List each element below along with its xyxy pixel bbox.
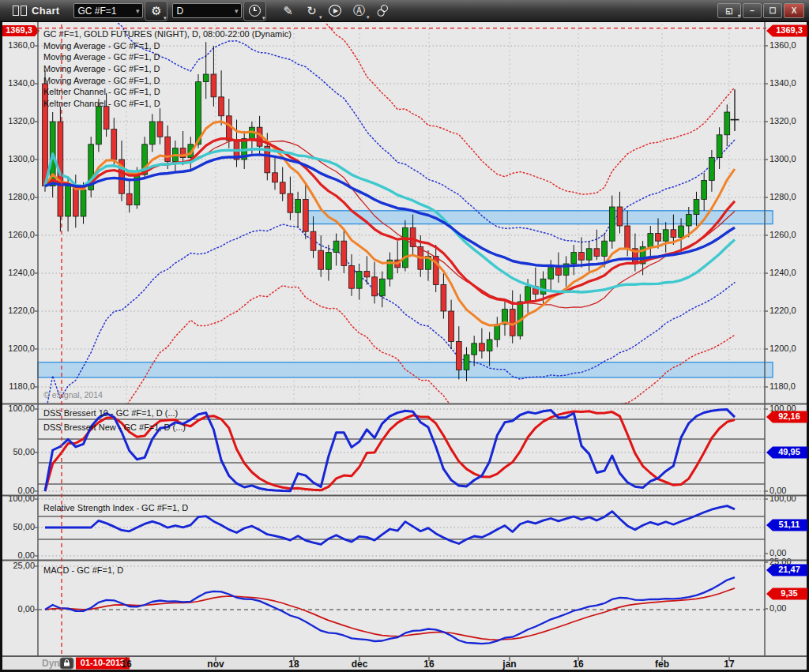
- legend-line: Keltner Channel - GC #F=1, D: [43, 87, 160, 96]
- candle-body: [679, 226, 684, 237]
- candle-body: [326, 253, 332, 270]
- candle-body: [480, 344, 485, 351]
- candle-body: [103, 107, 109, 130]
- caret-down-icon: ▾: [235, 7, 239, 15]
- candle-body: [671, 230, 676, 238]
- y-axis-label: 1300,0: [8, 154, 35, 163]
- candle-body: [702, 180, 707, 199]
- candle-body: [273, 173, 278, 182]
- y-axis-label: 1300,0: [769, 154, 796, 163]
- window-buttons: ◱▾–☐X: [717, 3, 806, 18]
- time-template-button[interactable]: ▾: [243, 1, 266, 21]
- x-axis-label: feb: [655, 659, 669, 670]
- minimize-button[interactable]: –: [743, 3, 762, 18]
- y-axis-label: 1340,0: [769, 78, 796, 88]
- panel-axis-label: 50,00: [13, 522, 35, 531]
- candle-body: [556, 268, 562, 276]
- y-axis-label: 1200,0: [769, 344, 796, 353]
- candle-body: [364, 272, 370, 277]
- y-axis-label: 1280,0: [769, 192, 796, 201]
- legend-line: Moving Average - GC #F=1, D: [43, 41, 160, 51]
- x-axis-label: 16: [121, 659, 132, 670]
- caret-down-icon: ▾: [319, 14, 322, 21]
- reload-data-icon[interactable]: ↻▾: [302, 2, 321, 20]
- candle-body: [617, 207, 623, 226]
- candle-body: [318, 250, 324, 269]
- y-axis-label: 1320,0: [8, 116, 35, 126]
- auto-trade-icon[interactable]: Ⓐ▾: [349, 2, 368, 20]
- legend-line: Moving Average - GC #F=1, D: [43, 64, 160, 73]
- legend-line: Keltner Channel - GC #F=1, D: [43, 99, 160, 108]
- candle-body: [341, 241, 347, 265]
- symbol-settings-button[interactable]: ⚙ ▾: [145, 1, 167, 21]
- panel-axis-label: 50,00: [13, 447, 35, 456]
- y-axis-label: 1200,0: [8, 344, 35, 353]
- candle-body: [724, 112, 730, 135]
- x-axis-label: 16: [423, 659, 435, 670]
- y-axis-label: 1360,0: [8, 40, 35, 50]
- candle-body: [226, 116, 231, 141]
- panel-axis-label: 0,00: [18, 604, 35, 614]
- candle-body: [356, 272, 362, 289]
- draw-pencil-icon[interactable]: ✎: [278, 2, 297, 20]
- indicator-value-badge-text: 51,11: [779, 520, 800, 529]
- candle-body: [586, 249, 592, 260]
- macd-legend: MACD - GC #F=1, D: [43, 565, 123, 575]
- maximize-button[interactable]: ☐: [763, 3, 782, 18]
- candle-body: [379, 279, 385, 296]
- caret-down-icon: ▾: [262, 15, 265, 21]
- candle-body: [196, 82, 201, 145]
- gear-icon: ⚙: [151, 4, 161, 18]
- y-axis-label: 1180,0: [9, 381, 35, 391]
- indicator-value-badge-text: 21,47: [778, 565, 800, 574]
- x-axis-label: 16: [573, 659, 584, 670]
- candle-body: [349, 265, 355, 288]
- candle-body: [203, 74, 209, 82]
- restore-window-button[interactable]: ◱▾: [717, 3, 741, 18]
- candle-body: [525, 287, 531, 302]
- y-axis-label: 1220,0: [8, 306, 35, 315]
- candle-body: [280, 182, 285, 193]
- candle-body: [602, 241, 608, 256]
- legend-line: Moving Average - GC #F=1, D: [43, 52, 160, 62]
- candle-body: [717, 135, 722, 158]
- candle-body: [709, 158, 715, 181]
- panel-axis-label: 0,00: [769, 603, 786, 613]
- interval-combo[interactable]: D ▾: [172, 3, 242, 18]
- copyright-label: © eSignal, 2014: [43, 390, 103, 400]
- candle-body: [333, 241, 339, 252]
- legend-line: GC #F=1, GOLD FUTURES (NIGHT), D, 08:00-…: [43, 29, 292, 39]
- x-axis-label: 18: [288, 659, 299, 670]
- close-button[interactable]: X: [784, 3, 804, 18]
- candle-body: [495, 325, 500, 340]
- caret-down-icon: ▾: [738, 13, 740, 18]
- y-axis-label: 1260,0: [769, 230, 796, 239]
- interval-value: D: [176, 6, 183, 17]
- x-axis-label: jan: [502, 659, 516, 670]
- candle-body: [372, 277, 378, 296]
- candle-body: [464, 355, 469, 370]
- candle-body: [149, 122, 155, 145]
- x-axis-label: nov: [207, 659, 224, 670]
- indicator-value-badge-text: 49,95: [778, 447, 800, 456]
- start-date-text: 01-10-2013: [81, 658, 125, 667]
- y-axis-label: 1360,0: [769, 40, 796, 50]
- indicator-value-badge-text: 9,35: [781, 588, 797, 598]
- last-price-badge-text: 1369,3: [6, 25, 32, 35]
- last-price-badge-right-text: 1369,3: [776, 25, 803, 35]
- symbol-combo[interactable]: GC #F=1 ▾: [73, 3, 143, 18]
- chart-canvas[interactable]: 1360,01360,01340,01340,01320,01320,01300…: [0, 0, 809, 672]
- candle-body: [288, 193, 293, 212]
- candle-body: [211, 74, 216, 97]
- y-axis-label: 1340,0: [8, 78, 35, 88]
- caret-down-icon: ▾: [136, 7, 140, 15]
- y-axis-label: 1180,0: [769, 381, 796, 391]
- candle-body: [663, 230, 668, 241]
- title-bar[interactable]: Chart GC #F=1 ▾ ⚙ ▾ D ▾ ▾ ✎↻▾▶Ⓐ▾ ◱▾–☐X: [0, 0, 809, 22]
- symbol-link-icon[interactable]: [373, 2, 392, 20]
- play-replay-icon[interactable]: ▶: [325, 2, 344, 20]
- y-axis-label: 1220,0: [769, 306, 796, 315]
- candle-body: [303, 199, 308, 231]
- candle-body: [66, 186, 71, 216]
- panel-axis-label: 100,00: [8, 404, 35, 413]
